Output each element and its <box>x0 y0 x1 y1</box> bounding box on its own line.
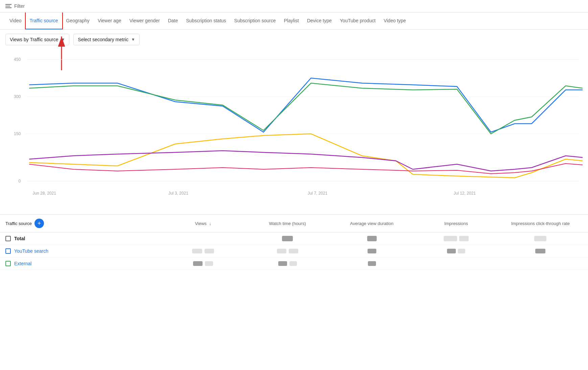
data-table: Traffic source + Views ↓ Watch time (hou… <box>0 214 588 270</box>
col-header-watch-time[interactable]: Watch time (hours) <box>245 221 329 226</box>
ctr-cell-total <box>498 236 583 241</box>
svg-text:150: 150 <box>14 131 21 136</box>
table-header-row: Traffic source + Views ↓ Watch time (hou… <box>0 215 588 232</box>
tab-navigation: Video Traffic source Geography Viewer ag… <box>0 13 588 30</box>
watch-time-cell-total <box>245 236 329 241</box>
secondary-metric-label: Select secondary metric <box>78 37 128 42</box>
table-row-youtube-search: YouTube search <box>0 245 588 257</box>
chevron-down-icon: ▼ <box>61 37 65 42</box>
svg-text:Jul 3, 2021: Jul 3, 2021 <box>168 191 188 196</box>
tab-youtube-product[interactable]: YouTube product <box>336 13 380 30</box>
col-header-source: Traffic source + <box>5 219 161 228</box>
avg-view-cell-total <box>330 236 414 241</box>
tab-viewer-gender[interactable]: Viewer gender <box>125 13 164 30</box>
source-link-youtube-search[interactable]: YouTube search <box>14 248 48 254</box>
checkbox-external[interactable] <box>5 261 11 266</box>
watch-time-cell-external <box>245 261 329 266</box>
table-row-external: External <box>0 257 588 270</box>
chart-area: 450 300 150 0 Jun 28, 2021 Jul 3, 2021 J… <box>0 49 588 212</box>
tab-date[interactable]: Date <box>164 13 182 30</box>
tab-subscription-status[interactable]: Subscription status <box>182 13 230 30</box>
svg-text:450: 450 <box>14 57 21 62</box>
ctr-cell-youtube-search <box>498 249 583 253</box>
avg-view-cell-external <box>330 261 414 266</box>
views-cell-youtube-search <box>161 249 245 253</box>
line-chart: 450 300 150 0 Jun 28, 2021 Jul 3, 2021 J… <box>5 49 583 208</box>
svg-text:Jul 7, 2021: Jul 7, 2021 <box>308 191 328 196</box>
svg-text:Jul 12, 2021: Jul 12, 2021 <box>453 191 476 196</box>
avg-view-cell-youtube-search <box>330 249 414 253</box>
source-cell-external: External <box>5 261 161 266</box>
filter-button[interactable]: Filter <box>5 3 25 9</box>
tab-viewer-age[interactable]: Viewer age <box>94 13 125 30</box>
filter-bar: Filter <box>0 0 588 13</box>
filter-label: Filter <box>14 3 25 9</box>
source-link-external[interactable]: External <box>14 261 31 266</box>
checkbox-total[interactable] <box>5 236 11 241</box>
svg-text:0: 0 <box>18 179 21 183</box>
dropdowns-bar: Views by Traffic source ▼ Select seconda… <box>0 30 588 49</box>
source-cell-total: Total <box>5 236 161 241</box>
col-header-views[interactable]: Views ↓ <box>161 221 245 226</box>
table-row-total: Total <box>0 232 588 245</box>
impressions-cell-youtube-search <box>414 249 498 253</box>
tab-video-type[interactable]: Video type <box>380 13 410 30</box>
checkbox-youtube-search[interactable] <box>5 248 11 254</box>
col-header-impressions[interactable]: Impressions <box>414 221 498 226</box>
source-cell-youtube-search: YouTube search <box>5 248 161 254</box>
tab-traffic-source[interactable]: Traffic source <box>26 13 62 30</box>
primary-metric-dropdown[interactable]: Views by Traffic source ▼ <box>5 34 69 45</box>
tab-subscription-source[interactable]: Subscription source <box>230 13 280 30</box>
chevron-down-icon: ▼ <box>131 37 135 42</box>
impressions-cell-total <box>414 236 498 241</box>
col-header-ctr[interactable]: Impressions click-through rate <box>498 221 583 226</box>
svg-text:Jun 28, 2021: Jun 28, 2021 <box>32 191 56 196</box>
col-header-avg-view[interactable]: Average view duration <box>330 221 414 226</box>
tab-device-type[interactable]: Device type <box>303 13 336 30</box>
tab-playlist[interactable]: Playlist <box>280 13 303 30</box>
secondary-metric-dropdown[interactable]: Select secondary metric ▼ <box>73 34 139 45</box>
filter-icon <box>5 4 11 8</box>
primary-metric-label: Views by Traffic source <box>10 37 58 42</box>
watch-time-cell-youtube-search <box>245 249 329 253</box>
tab-geography[interactable]: Geography <box>62 13 94 30</box>
add-column-button[interactable]: + <box>34 219 44 228</box>
svg-text:300: 300 <box>14 94 21 99</box>
views-cell-external <box>161 261 245 266</box>
tab-video[interactable]: Video <box>5 13 26 30</box>
